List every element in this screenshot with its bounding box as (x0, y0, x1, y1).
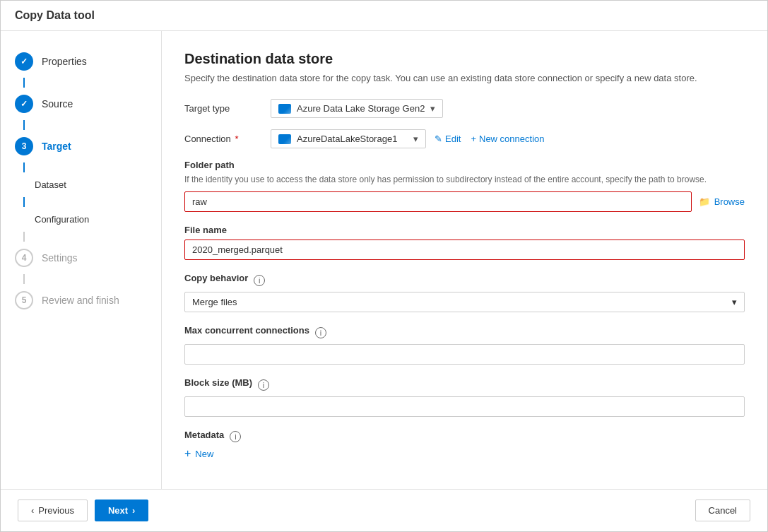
sidebar-label-source: Source (42, 98, 73, 110)
copy-data-tool-window: Copy Data tool ✓ Properties ✓ Source (0, 0, 768, 532)
step-num-review: 5 (22, 295, 27, 305)
new-connection-button[interactable]: + New connection (471, 134, 544, 144)
max-connections-input[interactable] (184, 344, 745, 365)
step-circle-properties: ✓ (15, 52, 33, 71)
sidebar-label-settings: Settings (42, 252, 78, 264)
target-type-row: Target type Azure Data Lake Storage Gen2… (184, 99, 745, 118)
step-circle-settings: 4 (15, 249, 33, 267)
copy-behavior-label: Copy behavior (184, 273, 248, 283)
folder-path-label: Folder path (184, 160, 745, 170)
pencil-icon: ✎ (435, 134, 442, 144)
plus-metadata-icon: + (184, 447, 191, 460)
block-size-label: Block size (MB) (184, 377, 252, 388)
adls-icon (278, 104, 291, 114)
connector-4 (23, 197, 25, 207)
main-area: ✓ Properties ✓ Source 3 Target (1, 31, 767, 489)
metadata-group: Metadata i + New (184, 430, 745, 460)
edit-connection-button[interactable]: ✎ Edit (435, 134, 461, 144)
copy-behavior-group: Copy behavior i Merge files ▾ (184, 273, 745, 312)
connection-actions: ✎ Edit + New connection (435, 134, 545, 144)
content-area: Destination data store Specify the desti… (162, 31, 767, 489)
connector-6 (23, 274, 25, 284)
max-conn-label-row: Max concurrent connections i (184, 325, 745, 340)
next-button[interactable]: Next › (95, 500, 149, 521)
folder-path-input[interactable] (184, 191, 692, 212)
page-subtitle: Specify the destination data store for t… (184, 73, 745, 83)
previous-button[interactable]: ‹ Previous (18, 500, 88, 521)
max-conn-info-icon: i (315, 327, 326, 338)
connector-5 (23, 232, 25, 242)
adls-conn-icon (278, 134, 291, 144)
connection-value: AzureDataLakeStorage1 (297, 134, 397, 144)
step-circle-target: 3 (15, 137, 33, 155)
sidebar-label-target: Target (42, 141, 71, 152)
sidebar-item-review[interactable]: 5 Review and finish (1, 284, 161, 317)
checkmark-properties: ✓ (20, 57, 28, 66)
chevron-down-conn-icon: ▾ (413, 134, 418, 144)
browse-button[interactable]: 📁 Browse (699, 196, 745, 207)
metadata-label-row: Metadata i (184, 430, 745, 443)
metadata-info-icon: i (230, 431, 241, 442)
sidebar-label-dataset: Dataset (35, 179, 66, 190)
new-metadata-button[interactable]: + New (184, 447, 213, 460)
page-title: Destination data store (184, 51, 745, 67)
connection-label: Connection * (184, 134, 262, 144)
step-num-target: 3 (22, 141, 27, 151)
file-name-label: File name (184, 225, 745, 235)
checkmark-source: ✓ (20, 99, 28, 109)
footer-left: ‹ Previous Next › (18, 500, 148, 521)
target-type-value: Azure Data Lake Storage Gen2 (297, 103, 425, 114)
connection-row: Connection * AzureDataLakeStorage1 ▾ ✎ E… (184, 129, 745, 148)
folder-icon: 📁 (699, 196, 710, 207)
title-bar: Copy Data tool (1, 1, 767, 31)
target-type-label: Target type (184, 103, 262, 114)
step-num-settings: 4 (22, 253, 27, 263)
step-circle-source: ✓ (15, 95, 33, 113)
sidebar-item-dataset[interactable]: Dataset (1, 172, 161, 197)
max-connections-label: Max concurrent connections (184, 325, 309, 336)
sidebar-item-settings[interactable]: 4 Settings (1, 242, 161, 274)
sidebar-item-target[interactable]: 3 Target (1, 130, 161, 162)
connector-1 (23, 78, 25, 88)
block-size-info-icon: i (258, 379, 269, 391)
chevron-right-icon: › (132, 505, 135, 516)
file-name-group: File name (184, 225, 745, 260)
file-name-input[interactable] (184, 240, 745, 260)
folder-path-desc: If the identity you use to access the da… (184, 175, 745, 184)
copy-behavior-label-row: Copy behavior i (184, 273, 745, 288)
folder-path-row: 📁 Browse (184, 191, 745, 212)
step-circle-review: 5 (15, 291, 33, 309)
chevron-down-icon: ▾ (430, 103, 435, 114)
block-size-input[interactable] (184, 396, 745, 417)
target-type-dropdown[interactable]: Azure Data Lake Storage Gen2 ▾ (271, 99, 443, 118)
max-connections-group: Max concurrent connections i (184, 325, 745, 365)
sidebar-label-configuration: Configuration (35, 214, 89, 225)
sidebar-item-properties[interactable]: ✓ Properties (1, 45, 161, 78)
sidebar-label-review: Review and finish (42, 295, 119, 306)
required-marker: * (235, 134, 238, 144)
copy-behavior-value: Merge files (192, 297, 237, 307)
copy-behavior-info-icon: i (254, 275, 265, 286)
folder-path-group: Folder path If the identity you use to a… (184, 160, 745, 212)
connection-dropdown[interactable]: AzureDataLakeStorage1 ▾ (271, 129, 426, 148)
metadata-label: Metadata (184, 430, 224, 440)
cancel-button[interactable]: Cancel (695, 500, 750, 521)
footer: ‹ Previous Next › Cancel (1, 489, 767, 531)
sidebar-item-source[interactable]: ✓ Source (1, 88, 161, 120)
block-size-label-row: Block size (MB) i (184, 377, 745, 392)
connector-3 (23, 162, 25, 172)
plus-new-conn-icon: + (471, 134, 476, 144)
sidebar: ✓ Properties ✓ Source 3 Target (1, 31, 162, 489)
connector-2 (23, 120, 25, 130)
sidebar-item-configuration[interactable]: Configuration (1, 207, 161, 232)
window-title: Copy Data tool (15, 9, 95, 21)
copy-behavior-dropdown[interactable]: Merge files ▾ (184, 292, 745, 312)
sidebar-label-properties: Properties (42, 56, 87, 67)
chevron-down-copy-icon: ▾ (732, 297, 737, 307)
chevron-left-icon: ‹ (31, 505, 34, 516)
block-size-group: Block size (MB) i (184, 377, 745, 417)
